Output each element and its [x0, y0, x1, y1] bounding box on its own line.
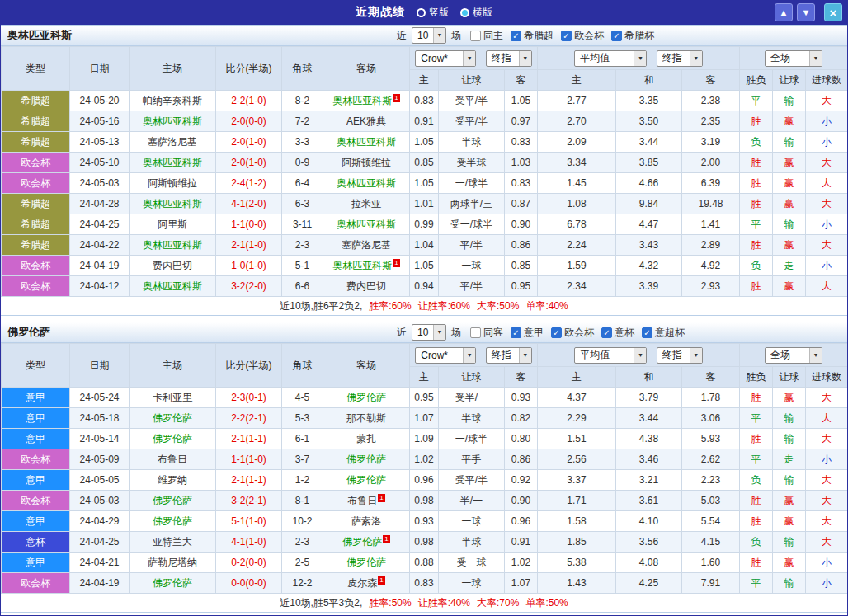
- filter-checkbox[interactable]: 同客: [470, 326, 503, 340]
- checkbox-icon: [470, 31, 481, 41]
- result-outcome: 平: [740, 449, 773, 470]
- home-odds: 0.83: [410, 573, 439, 594]
- away-odds: 0.83: [505, 173, 538, 194]
- radio-icon: [460, 8, 469, 17]
- filter-checkbox[interactable]: 同主: [470, 29, 503, 43]
- team-name-text: 皮尔森: [347, 577, 377, 589]
- result-handicap: 赢: [773, 194, 806, 214]
- team-name-text: 费内巴切: [153, 260, 192, 271]
- euro-home-odds: 1.85: [538, 532, 616, 553]
- league-badge: 希腊超: [2, 235, 70, 256]
- match-count-select[interactable]: 10▼: [412, 27, 446, 44]
- corner-score: 6-6: [282, 276, 323, 297]
- red-card-badge: 1: [378, 494, 384, 502]
- team-name-text: 奥林匹亚科斯: [337, 136, 396, 148]
- corner-score: 7-2: [282, 111, 323, 132]
- euro-home-odds: 3.34: [538, 153, 616, 173]
- match-score: 4-1(1-0): [216, 532, 282, 553]
- away-odds: 0.95: [505, 276, 538, 297]
- filter-checkbox[interactable]: ✓意超杯: [642, 326, 685, 340]
- team-name-text: 布鲁日: [158, 454, 187, 465]
- layout-radio-horizontal[interactable]: 横版: [460, 6, 492, 20]
- summary-segment: 单率:40%: [525, 300, 568, 312]
- match-date: 24-05-20: [70, 91, 130, 111]
- euro-home-odds: 4.37: [538, 388, 616, 408]
- col-score: 比分(半场): [216, 47, 282, 91]
- filter-checkbox[interactable]: ✓欧会杯: [551, 326, 594, 340]
- odds-company-select[interactable]: Crow*▼: [415, 50, 476, 67]
- match-date: 24-04-22: [70, 235, 130, 256]
- result-goals: 大: [806, 429, 848, 449]
- result-handicap: 赢: [773, 553, 806, 573]
- col-date: 日期: [70, 47, 130, 91]
- layout-radio-vertical[interactable]: 竖版: [417, 6, 449, 20]
- record-summary: 近10场,胜5平3负2,胜率:50%让胜率:40%大率:70%单率:50%: [1, 594, 847, 613]
- result-outcome: 胜: [740, 511, 773, 532]
- team-name-text: 奥林匹亚科斯: [332, 95, 392, 106]
- home-odds: 0.96: [410, 470, 439, 491]
- odds-stage-select[interactable]: 终指▼: [486, 347, 532, 364]
- euro-away-odds: 7.91: [682, 573, 740, 594]
- col-type: 类型: [2, 47, 70, 91]
- match-date: 24-05-16: [70, 111, 130, 132]
- handicap-line: 半/一: [439, 491, 505, 511]
- euro-draw-odds: 3.79: [616, 388, 682, 408]
- home-odds: 0.99: [410, 214, 439, 235]
- euro-stage-select[interactable]: 终指▼: [657, 347, 703, 364]
- euro-avg-select[interactable]: 平均值▼: [574, 50, 647, 67]
- asia-odds-selects: Crow*▼ 终指▼: [410, 47, 538, 70]
- filter-checkbox[interactable]: ✓欧会杯: [561, 29, 604, 43]
- league-badge: 欧会杯: [2, 153, 70, 173]
- euro-avg-value: 平均值: [580, 348, 610, 362]
- team-name-text: 佛罗伦萨: [346, 454, 386, 465]
- result-handicap: 输: [773, 132, 806, 153]
- summary-segment: 胜率:50%: [369, 597, 411, 609]
- result-handicap: 赢: [773, 173, 806, 194]
- unit-label: 场: [451, 29, 461, 43]
- match-count-value: 10: [417, 327, 428, 338]
- col-euro-home: 主: [538, 367, 616, 388]
- result-outcome: 胜: [740, 429, 773, 449]
- team-bar: 奥林匹亚科斯 近 10▼ 场 同主✓希腊超✓欧会杯✓希腊杯: [1, 25, 847, 46]
- away-odds: 0.96: [505, 511, 538, 532]
- scope-select[interactable]: 全场▼: [765, 50, 822, 67]
- euro-stage-select[interactable]: 终指▼: [657, 50, 703, 67]
- result-outcome: 平: [740, 408, 773, 429]
- league-badge: 意甲: [2, 388, 70, 408]
- scroll-down-button[interactable]: ▼: [797, 3, 815, 21]
- odds-stage-select[interactable]: 终指▼: [486, 50, 532, 67]
- filter-checkbox[interactable]: ✓意甲: [511, 326, 544, 340]
- euro-avg-select[interactable]: 平均值▼: [574, 347, 647, 364]
- odds-company-select[interactable]: Crow*▼: [415, 347, 476, 364]
- team-name-text: 萨勒尼塔纳: [148, 557, 197, 568]
- checkbox-icon: ✓: [611, 31, 622, 41]
- result-handicap: 输: [773, 91, 806, 111]
- euro-home-odds: 1.58: [538, 511, 616, 532]
- handicap-line: 受半球: [439, 153, 505, 173]
- team-name-text: 奥林匹亚科斯: [337, 177, 396, 189]
- corner-score: 3-7: [282, 449, 323, 470]
- euro-odds-selects: 平均值▼ 终指▼: [538, 47, 740, 70]
- away-odds: 0.87: [505, 194, 538, 214]
- handicap-line: 一/球半: [439, 429, 505, 449]
- result-outcome: 胜: [740, 173, 773, 194]
- filter-checkbox[interactable]: ✓希腊杯: [611, 29, 654, 43]
- filter-checkbox[interactable]: ✓意杯: [601, 326, 634, 340]
- col-home: 主场: [130, 344, 216, 388]
- col-away: 客场: [323, 47, 410, 91]
- euro-draw-odds: 4.66: [616, 173, 682, 194]
- league-badge: 欧会杯: [2, 491, 70, 511]
- filter-checkbox[interactable]: ✓希腊超: [511, 29, 554, 43]
- scope-select[interactable]: 全场▼: [765, 347, 822, 364]
- away-odds: 0.82: [505, 408, 538, 429]
- home-team: 佛罗伦萨: [130, 408, 216, 429]
- match-count-select[interactable]: 10▼: [412, 324, 446, 341]
- team-name-text: 佛罗伦萨: [153, 577, 192, 589]
- result-outcome: 负: [740, 256, 773, 276]
- away-team: 奥林匹亚科斯: [323, 214, 410, 235]
- scroll-up-button[interactable]: ▲: [775, 3, 793, 21]
- checkbox-label: 意甲: [524, 326, 544, 340]
- away-odds: 0.85: [505, 256, 538, 276]
- close-icon[interactable]: ×: [824, 3, 842, 21]
- corner-score: 3-11: [282, 214, 323, 235]
